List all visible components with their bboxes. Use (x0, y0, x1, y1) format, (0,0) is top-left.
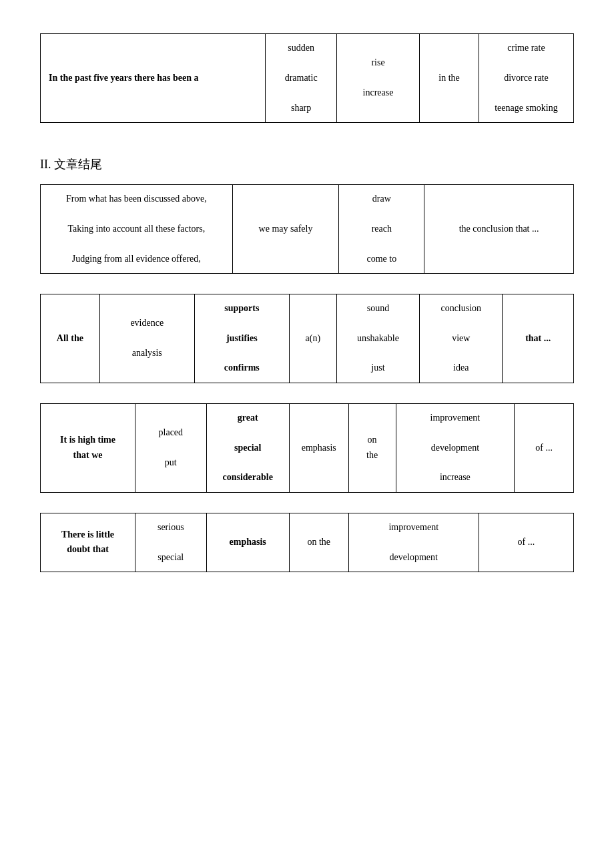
intro-col5: crime ratedivorce rateteenage smoking (479, 34, 573, 123)
intro-col3: riseincrease (336, 34, 419, 123)
tableC-col3: greatspecialconsiderable (206, 403, 289, 492)
tableC-col7: of ... (515, 403, 574, 492)
tableB-col2: evidenceanalysis (99, 294, 194, 383)
tableD-col3: emphasis (206, 513, 289, 572)
tableC: It is high timethat we placedput greatsp… (40, 403, 574, 493)
tableD-col4: on the (289, 513, 348, 572)
intro-adjectives: suddendramaticsharp (285, 43, 318, 113)
tableB-col3: supportsjustifiesconfirms (194, 294, 289, 383)
tableD-col5: improvementdevelopment (348, 513, 479, 572)
intro-table: In the past five years there has been a … (40, 33, 574, 123)
tableD-col2: seriousspecial (135, 513, 207, 572)
tableA-col1: From what has been discussed above, Taki… (41, 184, 233, 273)
intro-verbs: riseincrease (363, 57, 394, 97)
intro-col2: suddendramaticsharp (266, 34, 337, 123)
tableB-col1: All the (41, 294, 100, 383)
tableB-col5: soundunshakablejust (336, 294, 419, 383)
tableD-col6: of ... (479, 513, 573, 572)
tableC-col5: onthe (348, 403, 396, 492)
section2-heading: II. 文章结尾 (40, 156, 574, 172)
intro-col4: in the (420, 34, 479, 123)
tableD: There is littledoubt that seriousspecial… (40, 513, 574, 572)
tableA-col3: drawreachcome to (339, 184, 424, 273)
tableB-col4: a(n) (289, 294, 336, 383)
tableA: From what has been discussed above, Taki… (40, 184, 574, 274)
intro-col1: In the past five years there has been a (41, 34, 266, 123)
tableB: All the evidenceanalysis supportsjustifi… (40, 294, 574, 383)
tableA-col4: the conclusion that ... (424, 184, 574, 273)
tableC-col6: improvementdevelopmentincrease (396, 403, 515, 492)
tableB-col7: that ... (503, 294, 574, 383)
intro-nouns: crime ratedivorce rateteenage smoking (495, 43, 557, 113)
tableD-col1: There is littledoubt that (41, 513, 135, 572)
tableA-intro-lines: From what has been discussed above, Taki… (66, 194, 207, 264)
tableB-col6: conclusionviewidea (420, 294, 503, 383)
tableC-col4: emphasis (289, 403, 348, 492)
tableC-col1: It is high timethat we (41, 403, 135, 492)
tableC-col2: placedput (135, 403, 207, 492)
tableA-col2: we may safely (232, 184, 339, 273)
